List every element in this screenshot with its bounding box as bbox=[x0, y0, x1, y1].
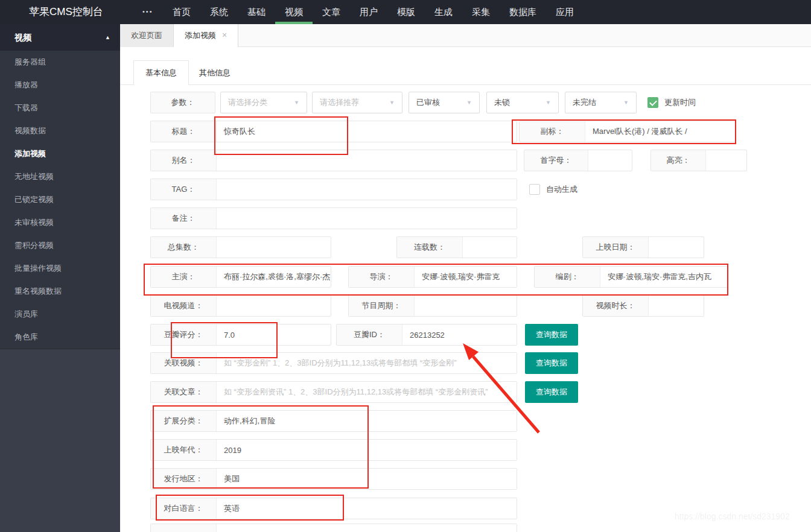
tag-input[interactable] bbox=[217, 179, 517, 200]
sidebar: 视频 ▲ 服务器组 播放器 下载器 视频数据 添加视频 无地址视频 已锁定视频 … bbox=[0, 24, 120, 532]
douban-id-input[interactable]: 26213252 bbox=[402, 325, 517, 345]
form-tab-divider bbox=[120, 84, 811, 85]
query-data-button[interactable]: 查询数据 bbox=[525, 352, 578, 374]
release-year-field: 上映年代： 2019 bbox=[150, 439, 517, 461]
top-menu-item-collect[interactable]: 采集 bbox=[462, 0, 500, 24]
sidebar-item-batch-video[interactable]: 批量操作视频 bbox=[0, 257, 120, 280]
release-date-field: 上映日期： bbox=[582, 236, 704, 258]
sidebar-item-locked-video[interactable]: 已锁定视频 bbox=[0, 188, 120, 211]
top-menu-item-template[interactable]: 模版 bbox=[387, 0, 425, 24]
top-menu-item-home[interactable]: 首页 bbox=[163, 0, 200, 24]
category-select[interactable]: 请选择分类▼ bbox=[220, 92, 307, 113]
update-time-label: 更新时间 bbox=[664, 92, 696, 113]
auto-generate-checkbox[interactable] bbox=[529, 184, 540, 195]
screenwriter-input[interactable]: 安娜·波顿,瑞安·弗雷克,吉内瓦 bbox=[600, 267, 728, 287]
tab-other-info[interactable]: 其他信息 bbox=[199, 60, 231, 85]
top-navbar: 苹果CMS控制台 ••• 首页 系统 基础 视频 文章 用户 模版 生成 采集 … bbox=[0, 0, 811, 24]
tab-welcome-page[interactable]: 欢迎页面 bbox=[120, 24, 174, 47]
dialog-language-input[interactable]: 英语 bbox=[217, 498, 517, 519]
remark-input[interactable] bbox=[217, 208, 517, 229]
sidebar-item-no-address-video[interactable]: 无地址视频 bbox=[0, 165, 120, 188]
highlight-input[interactable] bbox=[706, 150, 746, 171]
sidebar-item-downloader[interactable]: 下载器 bbox=[0, 97, 120, 119]
review-status-select[interactable]: 已审核▼ bbox=[409, 92, 480, 113]
chevron-down-icon: ▼ bbox=[294, 100, 299, 106]
close-icon[interactable]: × bbox=[222, 30, 227, 40]
top-menu-item-system[interactable]: 系统 bbox=[200, 0, 238, 24]
release-date-input[interactable] bbox=[649, 237, 704, 258]
subtitle-field: 副标： Marvel队长(港) / 漫威队长 / bbox=[519, 121, 736, 142]
update-time-checkbox[interactable] bbox=[647, 97, 658, 108]
top-menu-item-basic[interactable]: 基础 bbox=[238, 0, 275, 24]
serial-count-field: 连载数： bbox=[396, 236, 517, 258]
starring-input[interactable]: 布丽·拉尔森,裘德·洛,塞缪尔·杰 bbox=[217, 267, 331, 287]
related-article-field: 关联文章： 如 “变形金刚资讯” 1、2、3部ID分别为11,12,13或将每部… bbox=[150, 381, 517, 403]
director-field: 导演： 安娜·波顿,瑞安·弗雷克 bbox=[348, 266, 517, 288]
sidebar-group-video[interactable]: 视频 ▲ bbox=[0, 24, 120, 51]
video-duration-input[interactable] bbox=[649, 296, 704, 316]
top-menu-item-article[interactable]: 文章 bbox=[313, 0, 350, 24]
dialog-language-field: 对白语言： 英语 bbox=[150, 498, 517, 519]
tab-basic-info[interactable]: 基本信息 bbox=[133, 60, 189, 85]
release-year-input[interactable]: 2019 bbox=[217, 440, 517, 460]
sidebar-footer-area bbox=[0, 349, 120, 532]
sidebar-item-unreviewed-video[interactable]: 未审核视频 bbox=[0, 211, 120, 234]
top-menu-item-database[interactable]: 数据库 bbox=[500, 0, 546, 24]
partial-bottom-field bbox=[150, 524, 517, 532]
ext-category-input[interactable]: 动作,科幻,冒险 bbox=[217, 411, 517, 431]
top-menu-item-user[interactable]: 用户 bbox=[350, 0, 387, 24]
lock-status-select[interactable]: 未锁▼ bbox=[486, 92, 559, 113]
sidebar-item-actor-library[interactable]: 演员库 bbox=[0, 303, 120, 326]
douban-id-field: 豆瓣ID： 26213252 bbox=[336, 324, 517, 346]
sidebar-item-server-group[interactable]: 服务器组 bbox=[0, 51, 120, 74]
title-field: 标题： 惊奇队长 bbox=[150, 121, 517, 142]
douban-score-field: 豆瓣评分： 7.0 bbox=[150, 324, 331, 346]
initial-field: 首字母： bbox=[524, 150, 632, 171]
collapse-menu-icon[interactable]: ••• bbox=[142, 0, 153, 23]
title-input[interactable]: 惊奇队长 bbox=[217, 121, 517, 142]
sidebar-item-player[interactable]: 播放器 bbox=[0, 74, 120, 97]
serial-count-input[interactable] bbox=[463, 237, 517, 258]
finish-status-select[interactable]: 未完结▼ bbox=[565, 92, 637, 113]
total-episodes-input[interactable] bbox=[217, 237, 331, 258]
remark-field: 备注： bbox=[150, 207, 517, 229]
tab-add-video[interactable]: 添加视频× bbox=[174, 24, 238, 47]
sidebar-item-role-library[interactable]: 角色库 bbox=[0, 326, 120, 349]
related-article-input[interactable]: 如 “变形金刚资讯” 1、2、3部ID分别为11,12,13或将每部都填 “变形… bbox=[217, 382, 517, 402]
program-cycle-input[interactable] bbox=[415, 296, 517, 316]
chevron-down-icon: ▼ bbox=[389, 100, 395, 106]
subtitle-input[interactable]: Marvel队长(港) / 漫威队长 / bbox=[585, 121, 736, 142]
sidebar-item-video-data[interactable]: 视频数据 bbox=[0, 119, 120, 142]
initial-input[interactable] bbox=[588, 150, 632, 171]
director-input[interactable]: 安娜·波顿,瑞安·弗雷克 bbox=[415, 267, 517, 287]
top-menu-item-video[interactable]: 视频 bbox=[275, 0, 313, 24]
app-title: 苹果CMS控制台 bbox=[29, 0, 103, 24]
sidebar-item-points-video[interactable]: 需积分视频 bbox=[0, 234, 120, 257]
query-data-button[interactable]: 查询数据 bbox=[525, 324, 578, 346]
top-menu-item-generate[interactable]: 生成 bbox=[425, 0, 462, 24]
tv-channel-field: 电视频道： bbox=[150, 295, 331, 317]
release-region-input[interactable]: 美国 bbox=[217, 469, 517, 489]
top-menu-item-app[interactable]: 应用 bbox=[546, 0, 584, 24]
highlight-field: 高亮： bbox=[650, 150, 747, 171]
top-menu: 首页 系统 基础 视频 文章 用户 模版 生成 采集 数据库 应用 bbox=[163, 0, 584, 24]
screenwriter-field: 编剧： 安娜·波顿,瑞安·弗雷克,吉内瓦 bbox=[534, 266, 728, 288]
alias-field: 别名： bbox=[150, 150, 517, 171]
douban-score-input[interactable]: 7.0 bbox=[217, 325, 331, 345]
watermark-text: https://blog.csdn.net/sd231902 bbox=[675, 511, 790, 521]
related-video-field: 关联视频： 如 “变形金刚” 1、2、3部ID分别为11,12,13或将每部都填… bbox=[150, 352, 517, 374]
query-data-button[interactable]: 查询数据 bbox=[525, 381, 578, 403]
auto-generate-label: 自动生成 bbox=[546, 179, 577, 200]
related-video-input[interactable]: 如 “变形金刚” 1、2、3部ID分别为11,12,13或将每部都填 “变形金刚… bbox=[217, 353, 517, 373]
alias-input[interactable] bbox=[217, 150, 517, 171]
sidebar-item-add-video[interactable]: 添加视频 bbox=[0, 142, 120, 165]
tv-channel-input[interactable] bbox=[217, 296, 331, 316]
recommend-select[interactable]: 请选择推荐▼ bbox=[312, 92, 402, 113]
params-label: 参数： bbox=[150, 92, 215, 113]
chevron-down-icon: ▼ bbox=[623, 100, 629, 106]
video-duration-field: 视频时长： bbox=[582, 295, 704, 317]
tag-field: TAG： bbox=[150, 179, 517, 200]
sidebar-item-duplicate-video[interactable]: 重名视频数据 bbox=[0, 280, 120, 303]
starring-field: 主演： 布丽·拉尔森,裘德·洛,塞缪尔·杰 bbox=[150, 266, 331, 288]
partial-bottom-input[interactable] bbox=[217, 524, 517, 532]
